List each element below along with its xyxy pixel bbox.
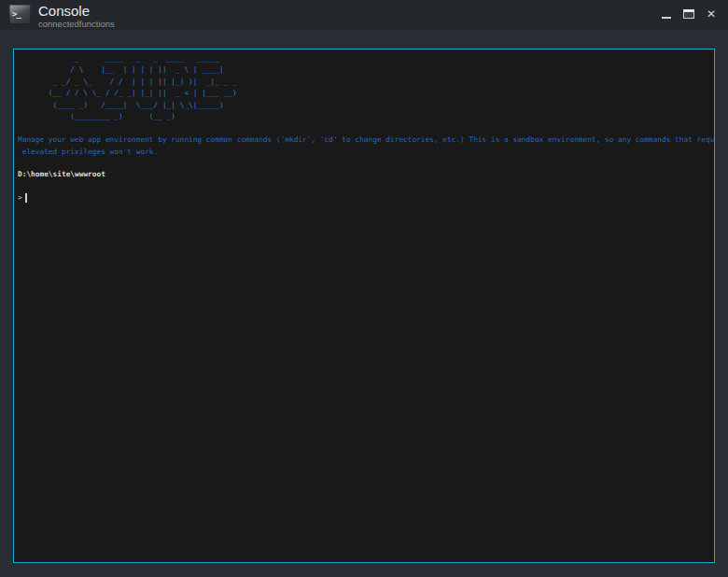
window-title: Console	[38, 3, 115, 19]
maximize-button[interactable]	[679, 6, 698, 22]
text-cursor	[25, 193, 27, 203]
window-controls: ✕	[653, 0, 728, 22]
maximize-icon	[683, 9, 694, 19]
console-text-line: (__ / / \ \_ / /_ _| |_| || _ < | |___ _…	[18, 88, 714, 99]
sandbox-warning-message: Manage your web app environment by runni…	[18, 134, 714, 158]
console-app-icon: >_	[9, 5, 31, 24]
window-subtitle: connectedfunctions	[38, 19, 115, 29]
current-directory: D:\home\site\wwwroot	[18, 169, 714, 180]
title-group: Console connectedfunctions	[38, 3, 115, 29]
close-icon: ✕	[707, 8, 716, 20]
blank-line	[18, 181, 714, 192]
console-text-line: (________ _) (__ _)	[18, 111, 714, 122]
terminal-prompt-icon: >_	[12, 9, 21, 19]
console-text-line: (____ _) /____| \___/ |_| \_\|_____)	[18, 100, 714, 111]
blank-line	[18, 123, 714, 134]
minimize-button[interactable]	[657, 6, 676, 22]
console-terminal[interactable]: _ ____ _ _ ____ _____ / \ |__ | | | | ||…	[13, 49, 715, 563]
minimize-icon	[662, 17, 671, 19]
console-text-line: elevated privileges won't work.	[18, 147, 714, 158]
console-text-line: _ ____ _ _ ____ _____	[18, 53, 714, 64]
console-text-line: / \ |__ | | | | || _ \ | ____|	[18, 64, 714, 76]
azure-ascii-art: _ ____ _ _ ____ _____ / \ |__ | | | | ||…	[18, 53, 714, 123]
title-bar: >_ Console connectedfunctions ✕	[0, 0, 728, 30]
prompt-symbol: >	[18, 193, 22, 202]
close-button[interactable]: ✕	[702, 6, 721, 22]
console-text-line: _ _/ _ \_ / / | | | || |_) )| _|_ _ _	[18, 77, 714, 88]
console-text-line: Manage your web app environment by runni…	[18, 134, 714, 146]
prompt-line[interactable]: >	[18, 192, 714, 204]
blank-line	[18, 158, 714, 169]
